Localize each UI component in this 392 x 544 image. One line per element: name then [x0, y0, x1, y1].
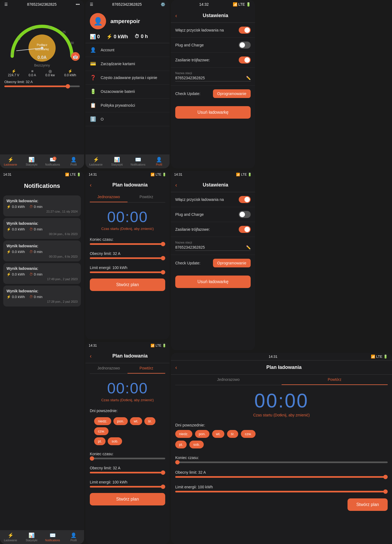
edit-icon-2[interactable]: ✏️	[246, 245, 251, 249]
hamburger-icon[interactable]: ☰	[4, 2, 8, 7]
back-button[interactable]: ‹	[175, 12, 177, 19]
day-pon[interactable]: pon.	[113, 417, 128, 425]
end-time-slider-large[interactable]	[175, 461, 388, 463]
limit-slider-large[interactable]	[175, 476, 388, 478]
nav-stats-label: Statystyki	[26, 163, 37, 166]
energy-value: 0.0 kWh	[64, 73, 76, 77]
toggle-5[interactable]	[239, 211, 251, 218]
day-czw[interactable]: czw.	[94, 427, 109, 435]
energy-slider-1[interactable]	[90, 271, 165, 273]
nav-profile-1[interactable]: 👤 Profil	[63, 157, 84, 166]
end-time-slider-2[interactable]	[90, 458, 165, 459]
update-button[interactable]: Oprogramowanie	[213, 89, 251, 98]
notif-min-3: ⏱ 0 min	[29, 250, 43, 254]
tab-powt-large[interactable]: Powtórz	[282, 375, 388, 385]
svg-text:Podłącz: Podłącz	[37, 43, 47, 46]
panel-settings-2: 14:31 📶 LTE 🔋 ‹ Ustawienia Włącz przycis…	[171, 171, 255, 350]
day-large-czw[interactable]: czw.	[241, 430, 255, 438]
toggle-1[interactable]	[239, 27, 251, 34]
day-large-sr[interactable]: śr.	[227, 430, 238, 438]
p-stat-energy-val: ⚡ 0 kWh	[106, 34, 128, 40]
station-name-value-2: 87652342362825 ✏️	[175, 245, 251, 251]
limit-label-1: Obecny limit: 32 A	[90, 251, 165, 256]
more-icon-2[interactable]: ⚙️	[161, 2, 165, 7]
menu-account[interactable]: 👤 Account	[85, 43, 170, 57]
day-sr[interactable]: śr.	[144, 417, 156, 425]
toggle-3[interactable]	[239, 56, 251, 64]
day-pt[interactable]: pt.	[94, 437, 106, 445]
limit-slider[interactable]	[4, 86, 80, 87]
nav-profile-3[interactable]: 👤 Profil	[63, 532, 84, 542]
update-button-2[interactable]: Oprogramowanie	[213, 259, 251, 267]
remove-charger-button[interactable]: Usuń ładowarkę	[175, 106, 251, 119]
nav-stats-2[interactable]: 📊 Statystyki	[107, 157, 128, 166]
menu-battery[interactable]: 🔋 Oszacowanie baterii	[85, 85, 170, 99]
tab-jednorazowo-2[interactable]: Jednorazowo	[90, 363, 128, 374]
menu-about[interactable]: ℹ️ O	[85, 112, 170, 126]
energy-slider-2[interactable]	[90, 486, 165, 488]
back-button-large[interactable]: ‹	[175, 364, 177, 371]
create-plan-button-large[interactable]: Stwórz plan	[348, 498, 388, 511]
toggle-4[interactable]	[239, 196, 251, 203]
day-wt[interactable]: wt.	[130, 417, 142, 425]
signal-notif: 📶 LTE 🔋	[65, 173, 81, 176]
remove-charger-button-2[interactable]: Usuń ładowarkę	[175, 276, 251, 288]
create-plan-button-1[interactable]: Stwórz plan	[90, 279, 165, 291]
energy-slider-large[interactable]	[175, 491, 388, 492]
nav-charging-1[interactable]: ⚡ Ładowanie	[0, 157, 21, 166]
hamburger-icon-2[interactable]: ☰	[90, 2, 93, 7]
nav-stats-3[interactable]: 📊 Statystyki	[21, 532, 42, 542]
menu-faq[interactable]: ❓ Często zadawane pytania i opinie	[85, 71, 170, 85]
time-display-large[interactable]: 00:00	[171, 385, 392, 413]
time-tap-label-1[interactable]: Czas startu (Dotknij, aby zmienić)	[85, 227, 170, 231]
notif-title-5: Wynik ładowania:	[7, 289, 78, 293]
schedule-tabs-2: Jednorazowo Powtórz	[90, 363, 165, 374]
limit-label-2: Obecny limit: 32 A	[90, 466, 165, 470]
day-large-pt[interactable]: pt.	[175, 441, 187, 448]
notif-title-4: Wynik ładowania:	[7, 266, 78, 271]
day-sob[interactable]: sob.	[108, 437, 122, 445]
back-button-schedule-2[interactable]: ‹	[90, 353, 92, 359]
time-display-2[interactable]: 00:00	[85, 374, 170, 398]
nav-notif-2[interactable]: ✉️ Notifications	[128, 157, 149, 166]
nav-profile-2[interactable]: 👤 Profil	[149, 157, 170, 166]
svg-point-12	[41, 47, 43, 49]
nav-stats-1[interactable]: 📊 Statystyki	[21, 157, 42, 166]
tab-jednorazowo-1[interactable]: Jednorazowo	[90, 192, 128, 202]
limit-slider-2[interactable]	[90, 472, 165, 473]
notif-icon-3: ✉️	[50, 532, 56, 538]
back-button-2[interactable]: ‹	[175, 182, 177, 188]
time-tap-label-large[interactable]: Czas startu (Dotknij, aby zmienić)	[171, 413, 392, 417]
nav-charging-2[interactable]: ⚡ Ładowanie	[85, 157, 107, 166]
menu-cards[interactable]: 💳 Zarządzanie kartami	[85, 57, 170, 71]
nav-notif-1[interactable]: 1 ✉️ Notifications	[42, 157, 63, 166]
check-update-label-2: Check Update:	[175, 261, 200, 265]
schedule-icon[interactable]: 📅	[71, 52, 80, 61]
edit-icon[interactable]: ✏️	[246, 76, 251, 80]
time-display-1[interactable]: 00:00	[85, 203, 170, 227]
create-plan-button-2[interactable]: Stwórz plan	[90, 493, 165, 505]
day-large-sob[interactable]: sob.	[189, 441, 204, 448]
nav-notif-3[interactable]: ✉️ Notifications	[42, 532, 63, 542]
station-id-2: 87652342362825	[112, 2, 142, 7]
toggle-2[interactable]	[239, 42, 251, 49]
status-label: Bezczynny	[0, 63, 84, 68]
day-niedz[interactable]: niedz.	[94, 417, 111, 425]
menu-privacy[interactable]: 📋 Polityka prywatności	[85, 99, 170, 112]
back-button-schedule[interactable]: ‹	[90, 182, 92, 188]
tab-powt-2[interactable]: Powtórz	[128, 363, 165, 374]
day-large-pon[interactable]: pon.	[195, 430, 209, 438]
nav-charging-3[interactable]: ⚡ Ładowanie	[0, 532, 21, 542]
day-large-wt[interactable]: wt.	[212, 430, 224, 438]
toggle-6[interactable]	[239, 226, 251, 233]
day-large-niedz[interactable]: niedz.	[175, 430, 192, 438]
time-tap-label-2[interactable]: Czas startu (Dotknij, aby zmienić)	[85, 398, 170, 402]
tab-powt-1[interactable]: Powtórz	[128, 192, 165, 202]
profile-icon-3: 👤	[71, 532, 77, 538]
tab-jednorazowo-large[interactable]: Jednorazowo	[175, 375, 282, 385]
limit-slider-1[interactable]	[90, 257, 165, 259]
more-icon[interactable]: •••	[76, 2, 80, 7]
signal-7: 📶 LTE 🔋	[151, 344, 166, 347]
end-time-slider-1[interactable]	[90, 243, 165, 245]
stats-row: ⚡ 224.7 V ≡ 0.0 A ◎ 0.0 kw ⚡ 0.0 kWh	[0, 68, 84, 78]
